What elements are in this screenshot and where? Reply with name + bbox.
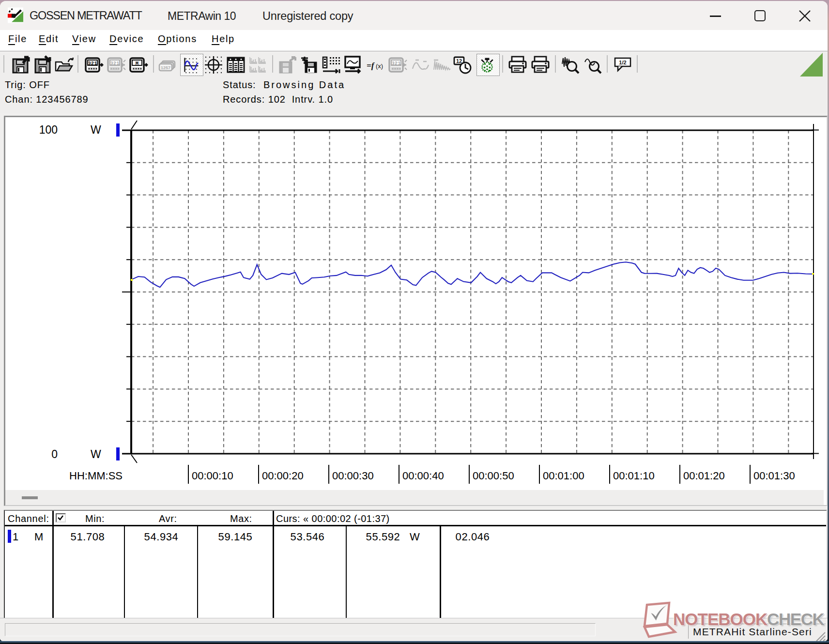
- svg-text:1257: 1257: [161, 65, 170, 70]
- svg-text:0: 0: [51, 448, 58, 460]
- svg-text:321: 321: [110, 61, 120, 66]
- svg-text:1/2: 1/2: [619, 60, 626, 65]
- svg-text:00:01:10: 00:01:10: [613, 470, 655, 482]
- svg-text:00:00:50: 00:00:50: [473, 470, 514, 482]
- svg-text:00:00:30: 00:00:30: [332, 470, 374, 482]
- svg-text:321: 321: [88, 61, 97, 66]
- svg-text:M: M: [136, 61, 138, 66]
- svg-text:=f: =f: [367, 61, 375, 70]
- svg-text:00:01:20: 00:01:20: [683, 470, 725, 482]
- svg-text:00:01:30: 00:01:30: [753, 470, 795, 482]
- svg-text:100: 100: [39, 123, 58, 136]
- svg-text:00:00:20: 00:00:20: [262, 470, 304, 482]
- svg-text:00:01:00: 00:01:00: [543, 470, 584, 482]
- svg-text:(x): (x): [376, 62, 383, 70]
- svg-text:00:00:10: 00:00:10: [192, 470, 233, 482]
- svg-text:00:00:40: 00:00:40: [402, 470, 444, 482]
- svg-text:12: 12: [456, 58, 462, 64]
- svg-text:321: 321: [392, 61, 401, 66]
- svg-text:W: W: [91, 123, 101, 136]
- svg-text:HH:MM:SS: HH:MM:SS: [69, 470, 123, 482]
- svg-text:W: W: [91, 448, 101, 460]
